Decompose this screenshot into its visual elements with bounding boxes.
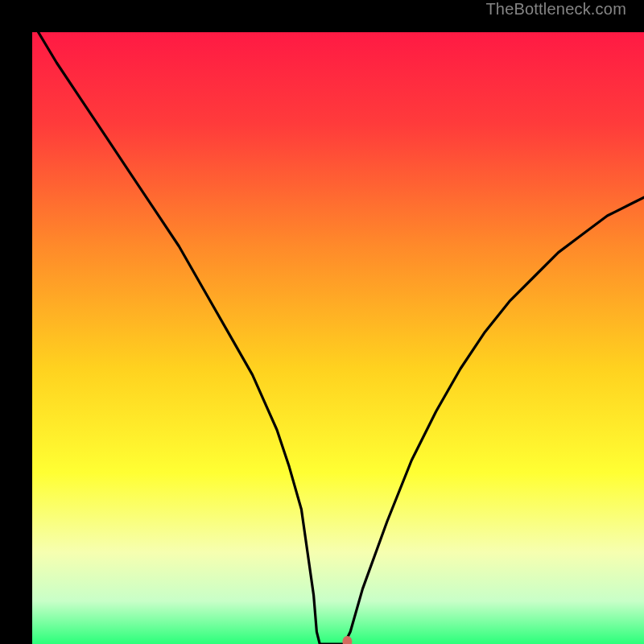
gradient-background	[32, 32, 644, 644]
watermark-text: TheBottleneck.com	[485, 0, 626, 19]
chart-svg	[32, 32, 644, 644]
plot-area	[16, 16, 628, 628]
